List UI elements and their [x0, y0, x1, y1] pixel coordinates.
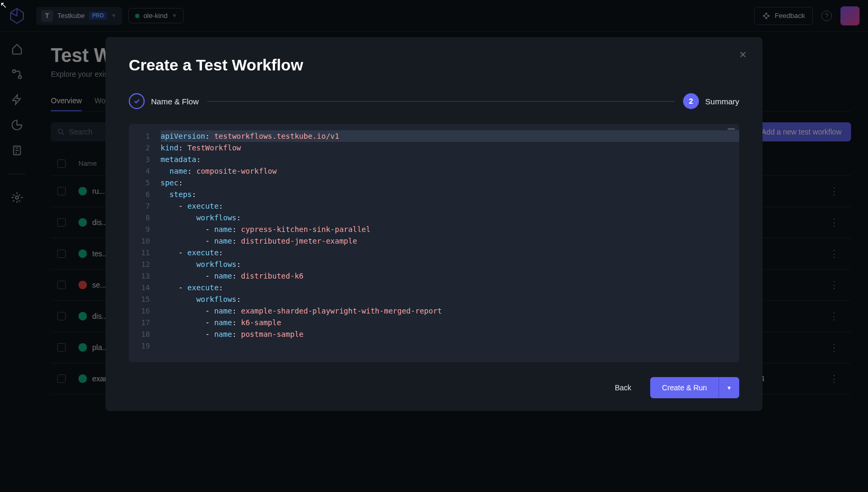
close-button[interactable] [738, 50, 748, 62]
cursor-icon: ↖ [0, 0, 7, 10]
create-and-run-button[interactable]: Create & Run [650, 377, 719, 398]
code-content: kind: TestWorkflow [161, 142, 739, 154]
code-line: 19 [129, 340, 739, 352]
code-content: apiVersion: testworkflows.testkube.io/v1 [161, 130, 739, 142]
step-2[interactable]: 2 Summary [683, 93, 739, 109]
code-line: 9 - name: cypress-kitchen-sink-parallel [129, 223, 739, 235]
line-number: 6 [129, 189, 161, 200]
modal-footer: Back Create & Run ▼ [129, 377, 739, 398]
code-line: 14 - execute: [129, 282, 739, 293]
line-number: 13 [129, 270, 161, 282]
line-number: 14 [129, 282, 161, 293]
code-content: metadata: [161, 154, 739, 165]
code-line: 1apiVersion: testworkflows.testkube.io/v… [129, 130, 739, 142]
code-content: - name: postman-sample [161, 328, 739, 340]
code-content: name: composite-workflow [161, 165, 739, 177]
line-number: 19 [129, 340, 161, 352]
create-dropdown-button[interactable]: ▼ [719, 377, 739, 398]
code-content: workflows: [161, 212, 739, 223]
code-line: 11 - execute: [129, 247, 739, 258]
line-number: 1 [129, 130, 161, 142]
code-line: 2kind: TestWorkflow [129, 142, 739, 154]
line-number: 3 [129, 154, 161, 165]
minimap-icon [728, 128, 735, 130]
code-line: 16 - name: example-sharded-playwright-wi… [129, 305, 739, 317]
line-number: 10 [129, 235, 161, 247]
line-number: 5 [129, 177, 161, 189]
code-content: - name: example-sharded-playwright-with-… [161, 305, 739, 317]
line-number: 8 [129, 212, 161, 223]
code-line: 13 - name: distributed-k6 [129, 270, 739, 282]
line-number: 7 [129, 200, 161, 212]
line-number: 11 [129, 247, 161, 258]
create-workflow-modal: Create a Test Workflow Name & Flow 2 Sum… [105, 37, 763, 411]
line-number: 4 [129, 165, 161, 177]
line-number: 12 [129, 258, 161, 270]
check-icon [129, 93, 145, 109]
line-number: 2 [129, 142, 161, 154]
code-content: workflows: [161, 258, 739, 270]
yaml-editor[interactable]: 1apiVersion: testworkflows.testkube.io/v… [129, 124, 739, 362]
step-1-label: Name & Flow [151, 97, 199, 106]
code-content: - execute: [161, 282, 739, 293]
code-content [161, 340, 739, 352]
modal-title: Create a Test Workflow [129, 56, 739, 74]
line-number: 18 [129, 328, 161, 340]
code-line: 12 workflows: [129, 258, 739, 270]
code-line: 10 - name: distributed-jmeter-example [129, 235, 739, 247]
code-line: 15 workflows: [129, 293, 739, 305]
code-content: - name: k6-sample [161, 317, 739, 328]
code-content: - name: distributed-jmeter-example [161, 235, 739, 247]
modal-backdrop: Create a Test Workflow Name & Flow 2 Sum… [0, 0, 868, 492]
back-button[interactable]: Back [604, 377, 642, 398]
step-line [207, 101, 675, 102]
line-number: 9 [129, 223, 161, 235]
code-content: steps: [161, 189, 739, 200]
step-2-label: Summary [705, 97, 739, 106]
code-line: 4 name: composite-workflow [129, 165, 739, 177]
code-content: - execute: [161, 200, 739, 212]
code-line: 3metadata: [129, 154, 739, 165]
code-content: - name: cypress-kitchen-sink-parallel [161, 223, 739, 235]
code-content: workflows: [161, 293, 739, 305]
code-line: 7 - execute: [129, 200, 739, 212]
code-line: 17 - name: k6-sample [129, 317, 739, 328]
code-content: spec: [161, 177, 739, 189]
step-2-number: 2 [683, 93, 699, 109]
close-icon [738, 50, 748, 59]
line-number: 17 [129, 317, 161, 328]
line-number: 16 [129, 305, 161, 317]
step-1[interactable]: Name & Flow [129, 93, 199, 109]
code-content: - name: distributed-k6 [161, 270, 739, 282]
line-number: 15 [129, 293, 161, 305]
code-line: 18 - name: postman-sample [129, 328, 739, 340]
stepper: Name & Flow 2 Summary [129, 93, 739, 109]
code-content: - execute: [161, 247, 739, 258]
code-line: 8 workflows: [129, 212, 739, 223]
code-line: 5spec: [129, 177, 739, 189]
code-line: 6 steps: [129, 189, 739, 200]
